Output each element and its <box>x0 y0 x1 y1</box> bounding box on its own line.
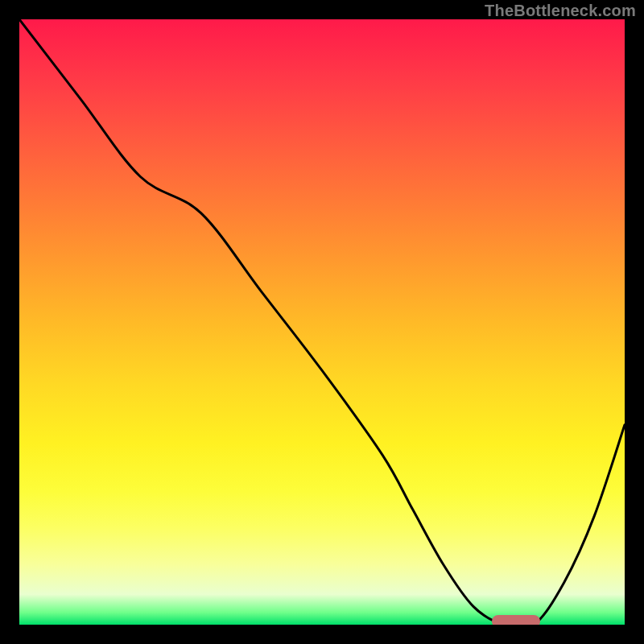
watermark-text: TheBottleneck.com <box>485 2 636 20</box>
plot-area <box>19 19 625 625</box>
bottleneck-curve <box>19 19 625 625</box>
current-config-marker <box>492 615 540 625</box>
chart-frame: TheBottleneck.com <box>0 0 644 644</box>
curve-path <box>19 19 625 625</box>
